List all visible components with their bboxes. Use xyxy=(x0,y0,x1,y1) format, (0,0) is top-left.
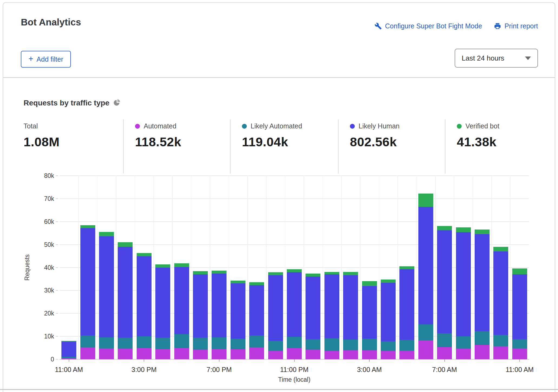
bar-700am-likely-automated[interactable] xyxy=(437,333,452,347)
bar-500am-automated[interactable] xyxy=(399,351,414,359)
bar-1200pm-likely-automated[interactable] xyxy=(80,335,95,347)
bar-400am-likely-human[interactable] xyxy=(381,283,396,341)
bar-400pm-likely-human[interactable] xyxy=(155,268,170,338)
bar-800pm-likely-human[interactable] xyxy=(231,283,245,339)
bar-600pm-verified-bot[interactable] xyxy=(193,271,208,274)
bar-900pm-automated[interactable] xyxy=(249,347,264,359)
bar-900am-likely-human[interactable] xyxy=(475,234,490,331)
bar-700am-likely-human[interactable] xyxy=(437,230,452,333)
bar-500pm-likely-automated[interactable] xyxy=(174,334,189,348)
bar-1100am-verified-bot[interactable] xyxy=(512,268,527,274)
bar-700pm-verified-bot[interactable] xyxy=(212,271,227,274)
bar-200pm-verified-bot[interactable] xyxy=(118,242,133,247)
bar-1000pm-verified-bot[interactable] xyxy=(268,272,283,275)
bar-1000pm-automated[interactable] xyxy=(268,351,283,359)
bar-1100pm-verified-bot[interactable] xyxy=(287,269,302,272)
bar-500pm-likely-human[interactable] xyxy=(174,267,189,334)
bar-400am-automated[interactable] xyxy=(381,351,396,359)
bar-1000pm-likely-automated[interactable] xyxy=(268,341,283,351)
bar-400pm-likely-automated[interactable] xyxy=(155,338,170,349)
bar-800pm-automated[interactable] xyxy=(231,349,245,359)
bar-300am-likely-human[interactable] xyxy=(362,286,377,338)
bar-300am-verified-bot[interactable] xyxy=(362,281,377,286)
bar-800am-automated[interactable] xyxy=(456,349,471,359)
bar-300pm-verified-bot[interactable] xyxy=(137,253,152,256)
bar-1100am-likely-human[interactable] xyxy=(61,342,76,357)
bar-800am-likely-human[interactable] xyxy=(456,232,471,336)
bar-1100pm-automated[interactable] xyxy=(287,348,302,359)
bar-100pm-verified-bot[interactable] xyxy=(99,232,114,236)
bar-600am-verified-bot[interactable] xyxy=(418,194,433,207)
bar-500pm-automated[interactable] xyxy=(174,348,189,359)
bar-100am-likely-automated[interactable] xyxy=(324,338,339,351)
bar-1100am-likely-human[interactable] xyxy=(512,274,527,339)
bar-1000am-automated[interactable] xyxy=(493,346,508,359)
add-filter-button[interactable]: + Add filter xyxy=(21,51,71,68)
bar-1200am-automated[interactable] xyxy=(306,350,320,359)
bar-800am-verified-bot[interactable] xyxy=(456,227,471,232)
bar-1200pm-automated[interactable] xyxy=(80,347,95,359)
bar-700pm-likely-automated[interactable] xyxy=(212,337,227,349)
bar-200am-automated[interactable] xyxy=(343,350,358,359)
bar-600am-automated[interactable] xyxy=(418,340,433,359)
configure-super-bot-fight-mode-link[interactable]: Configure Super Bot Fight Mode xyxy=(375,22,482,30)
bar-300pm-likely-human[interactable] xyxy=(137,256,152,336)
bar-700am-verified-bot[interactable] xyxy=(437,226,452,230)
bar-400am-likely-automated[interactable] xyxy=(381,341,396,351)
bar-200pm-likely-human[interactable] xyxy=(118,247,133,338)
bar-400pm-automated[interactable] xyxy=(155,349,170,359)
bar-500am-likely-human[interactable] xyxy=(399,269,414,340)
bar-1100am-verified-bot[interactable] xyxy=(61,341,76,342)
bar-100am-verified-bot[interactable] xyxy=(324,272,339,274)
bar-1000am-likely-human[interactable] xyxy=(493,251,508,335)
bar-1100pm-likely-automated[interactable] xyxy=(287,337,302,348)
bar-200pm-automated[interactable] xyxy=(118,349,133,359)
bar-800pm-likely-automated[interactable] xyxy=(231,339,245,349)
bar-1000am-likely-automated[interactable] xyxy=(493,335,508,346)
bar-1200am-likely-automated[interactable] xyxy=(306,339,320,350)
bar-900am-likely-automated[interactable] xyxy=(475,331,490,345)
bar-200am-likely-automated[interactable] xyxy=(343,340,358,350)
bar-900pm-likely-human[interactable] xyxy=(249,285,264,335)
bar-100pm-likely-automated[interactable] xyxy=(99,337,114,349)
bar-200pm-likely-automated[interactable] xyxy=(118,338,133,349)
bar-300pm-automated[interactable] xyxy=(137,348,152,359)
bar-1100am-likely-automated[interactable] xyxy=(61,357,76,358)
bar-500am-verified-bot[interactable] xyxy=(399,266,414,269)
bar-100pm-automated[interactable] xyxy=(99,348,114,359)
bar-900am-verified-bot[interactable] xyxy=(475,230,490,234)
bar-400am-verified-bot[interactable] xyxy=(381,280,396,283)
bar-1100pm-likely-human[interactable] xyxy=(287,272,302,337)
bar-100am-automated[interactable] xyxy=(324,351,339,359)
bar-1200am-likely-human[interactable] xyxy=(306,277,320,339)
time-range-dropdown[interactable]: Last 24 hours xyxy=(455,49,538,68)
bar-900am-automated[interactable] xyxy=(475,345,490,359)
bar-100pm-likely-human[interactable] xyxy=(99,236,114,337)
bar-1000am-verified-bot[interactable] xyxy=(493,247,508,251)
bar-600pm-automated[interactable] xyxy=(193,350,208,359)
bar-600am-likely-human[interactable] xyxy=(418,207,433,324)
bar-300pm-likely-automated[interactable] xyxy=(137,336,152,348)
bar-500pm-verified-bot[interactable] xyxy=(174,263,189,267)
bar-800pm-verified-bot[interactable] xyxy=(231,281,245,283)
bar-700pm-automated[interactable] xyxy=(212,349,227,359)
bar-700am-automated[interactable] xyxy=(437,347,452,359)
bar-900pm-likely-automated[interactable] xyxy=(249,335,264,347)
bar-600pm-likely-human[interactable] xyxy=(193,274,208,338)
bar-700pm-likely-human[interactable] xyxy=(212,274,227,337)
bar-1200pm-likely-human[interactable] xyxy=(80,228,95,335)
bar-1100am-automated[interactable] xyxy=(512,348,527,359)
bar-900pm-verified-bot[interactable] xyxy=(249,282,264,285)
bar-1100am-likely-automated[interactable] xyxy=(512,339,527,348)
bar-500am-likely-automated[interactable] xyxy=(399,340,414,351)
bar-400pm-verified-bot[interactable] xyxy=(155,264,170,268)
bar-800am-likely-automated[interactable] xyxy=(456,336,471,349)
bar-600pm-likely-automated[interactable] xyxy=(193,338,208,350)
bar-1200pm-verified-bot[interactable] xyxy=(80,225,95,228)
bar-1200am-verified-bot[interactable] xyxy=(306,274,320,277)
bar-100am-likely-human[interactable] xyxy=(324,274,339,338)
bar-300am-likely-automated[interactable] xyxy=(362,339,377,350)
bar-200am-verified-bot[interactable] xyxy=(343,272,358,275)
print-report-link[interactable]: Print report xyxy=(494,22,538,30)
bar-600am-likely-automated[interactable] xyxy=(418,324,433,340)
